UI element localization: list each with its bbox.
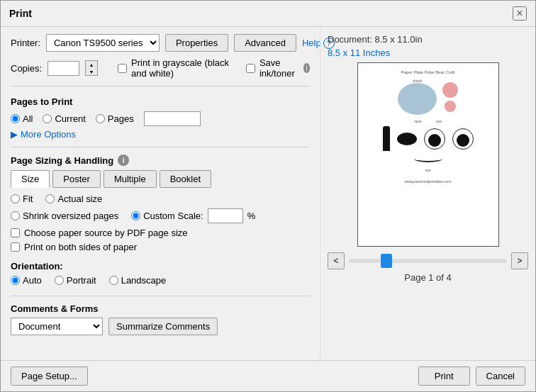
properties-button[interactable]: Properties [165, 34, 228, 52]
landscape-radio-label[interactable]: Landscape [109, 275, 167, 286]
preview-ear-head-row: cheek [398, 79, 458, 115]
next-page-button[interactable]: > [511, 252, 528, 269]
grayscale-checkbox[interactable] [118, 64, 127, 73]
print-both-checkbox[interactable] [11, 242, 20, 252]
ear-circles [442, 82, 458, 112]
comments-section: Comments & Forms Document Summarize Comm… [11, 303, 310, 335]
copies-up-button[interactable]: ▲ [86, 61, 97, 68]
divider-2 [11, 147, 310, 147]
actual-size-radio-label[interactable]: Actual size [45, 194, 102, 204]
save-ink-info-icon: i [303, 63, 310, 73]
all-radio-label[interactable]: All [11, 113, 33, 124]
right-buttons: Print Cancel [418, 366, 525, 386]
portrait-radio-label[interactable]: Portrait [55, 275, 96, 286]
summarize-button[interactable]: Summarize Comments [108, 318, 218, 335]
comments-select[interactable]: Document [11, 318, 103, 335]
comments-title: Comments & Forms [11, 303, 310, 314]
sizing-section: Page Sizing & Handling i Size Poster Mul… [11, 155, 310, 252]
more-options-link[interactable]: ▶ More Options [11, 129, 310, 140]
portrait-radio[interactable] [55, 276, 64, 285]
booklet-tab[interactable]: Booklet [160, 170, 211, 188]
size-tab[interactable]: Size [11, 170, 50, 188]
landscape-radio[interactable] [109, 276, 118, 285]
multiple-tab[interactable]: Multiple [104, 170, 157, 188]
custom-scale-radio-label[interactable]: Custom Scale: [131, 211, 203, 221]
print-button[interactable]: Print [418, 366, 470, 386]
grayscale-label: Print in grayscale (black and white) [131, 57, 233, 79]
copies-input[interactable]: 1 [48, 61, 79, 76]
head-oval [398, 83, 437, 115]
cancel-button[interactable]: Cancel [476, 366, 525, 386]
shrink-radio[interactable] [11, 211, 20, 220]
preview-label-row: nose eye [414, 119, 442, 123]
printer-select[interactable]: Canon TS9500 series [46, 34, 160, 52]
auto-radio[interactable] [11, 276, 20, 285]
custom-scale-label: Custom Scale: [143, 211, 203, 221]
nose-shape [397, 133, 417, 145]
help-text: Help [302, 38, 321, 48]
preview-box: Paper Plate Polar Bear Craft cheek [357, 62, 499, 247]
copies-label: Copies: [11, 63, 42, 74]
page-slider[interactable] [349, 259, 507, 263]
save-ink-checkbox[interactable] [246, 64, 255, 73]
eye-circle-right [424, 128, 445, 150]
page-setup-button[interactable]: Page Setup... [11, 366, 88, 386]
pages-radio[interactable] [96, 114, 105, 123]
title-bar: Print × [1, 1, 535, 27]
choose-paper-label: Choose paper source by PDF page size [24, 228, 188, 238]
current-label: Current [55, 113, 85, 124]
all-radio[interactable] [11, 114, 20, 123]
left-panel: Printer: Canon TS9500 series Properties … [1, 27, 320, 360]
current-radio[interactable] [43, 114, 52, 123]
preview-eyes-row [383, 126, 474, 151]
save-ink-label: Save ink/toner [259, 57, 299, 79]
document-info-label: Document: 8.5 x 11.0in [328, 34, 423, 45]
nav-row: < > [328, 252, 528, 269]
ear-circle-large [442, 82, 458, 98]
nose-label: nose [414, 119, 422, 123]
slider-thumb[interactable] [381, 254, 392, 268]
current-radio-label[interactable]: Current [43, 113, 85, 124]
sizing-title-text: Page Sizing & Handling [11, 155, 113, 166]
actual-size-radio[interactable] [45, 194, 55, 203]
sizing-info-icon[interactable]: i [118, 155, 129, 166]
page-of-label: Page 1 of 4 [404, 272, 452, 283]
choose-paper-checkbox[interactable] [11, 228, 20, 237]
pages-section-title: Pages to Print [11, 96, 310, 107]
pages-section: Pages to Print All Current Pages 1 - 4 [11, 94, 310, 140]
preview-title: Paper Plate Polar Bear Craft [401, 70, 454, 74]
fit-radio[interactable] [11, 194, 20, 203]
close-button[interactable]: × [513, 6, 527, 21]
divider-3 [11, 296, 310, 296]
chevron-right-icon: ▶ [11, 129, 18, 140]
prev-page-button[interactable]: < [328, 252, 345, 269]
auto-radio-label[interactable]: Auto [11, 275, 42, 286]
advanced-button[interactable]: Advanced [234, 34, 296, 52]
sizing-title: Page Sizing & Handling i [11, 155, 310, 166]
orientation-section: Orientation: Auto Portrait Landscape [11, 261, 310, 286]
pages-range-input[interactable]: 1 - 4 [144, 111, 201, 126]
printer-label: Printer: [11, 38, 40, 48]
antler-left [383, 126, 390, 151]
size-info-label: 8.5 x 11 Inches [328, 47, 390, 58]
copies-down-button[interactable]: ▼ [86, 68, 97, 75]
poster-tab[interactable]: Poster [52, 170, 101, 188]
shrink-label: Shrink oversized pages [23, 211, 118, 221]
divider-1 [11, 86, 310, 86]
dialog-title: Print [9, 8, 32, 19]
auto-label: Auto [23, 275, 42, 286]
custom-scale-input[interactable]: 166 [208, 208, 243, 223]
footer-text: www.preschoolprintables.com [404, 179, 451, 184]
shrink-radio-label[interactable]: Shrink oversized pages [11, 211, 118, 221]
right-panel: Document: 8.5 x 11.0in 8.5 x 11 Inches P… [320, 27, 535, 360]
custom-scale-radio[interactable] [131, 211, 140, 220]
landscape-label: Landscape [121, 275, 167, 286]
all-label: All [23, 113, 33, 124]
preview-content: Paper Plate Polar Bear Craft cheek [358, 63, 498, 246]
eye-pupil-right [428, 134, 441, 147]
fit-label: Fit [23, 194, 33, 204]
fit-radio-label[interactable]: Fit [11, 194, 33, 204]
orientation-title: Orientation: [11, 261, 310, 271]
pages-radio-label[interactable]: Pages [96, 113, 134, 124]
eye-circle-left [452, 128, 474, 150]
